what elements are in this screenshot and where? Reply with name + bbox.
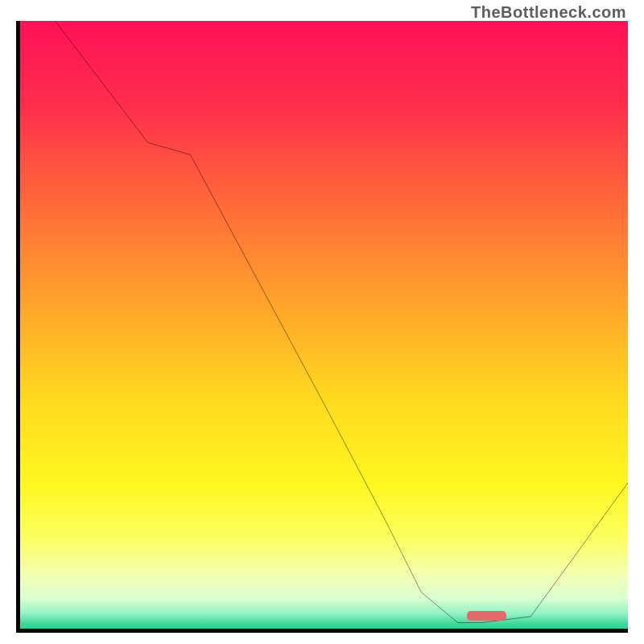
watermark-text: TheBottleneck.com — [471, 3, 626, 22]
gradient-background — [20, 21, 628, 629]
plot-area — [16, 21, 628, 633]
chart-svg — [20, 21, 628, 629]
optimal-marker — [467, 611, 506, 621]
bottleneck-chart: TheBottleneck.com — [0, 0, 644, 644]
